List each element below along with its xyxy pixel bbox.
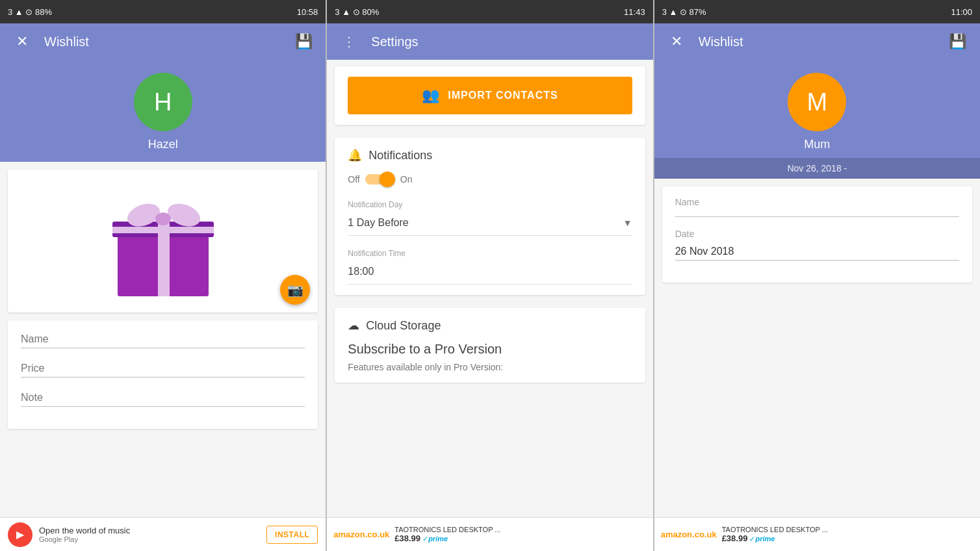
carrier-2: 3 ▲ ⊙ 80% [335, 7, 379, 17]
name-field-3: Name [675, 197, 959, 217]
carrier-3: 3 ▲ ⊙ 87% [662, 7, 706, 17]
amazon-product-name-2: TAOTRONICS LED DESKTOP ... [394, 526, 646, 533]
carrier-1: 3 ▲ ⊙ 88% [8, 7, 52, 17]
import-contacts-button[interactable]: 👥 IMPORT CONTACTS [348, 77, 632, 114]
avatar-3: M [788, 73, 846, 131]
notification-time-row: Notification Time 18:00 [348, 249, 632, 285]
avatar-letter-3: M [806, 88, 827, 116]
date-label-3: Date [675, 229, 959, 239]
ad-main-1: Open the world of music [39, 526, 260, 535]
close-button-3[interactable]: ✕ [665, 30, 688, 53]
app-bar-1: ✕ Wishlist 💾 [0, 23, 326, 60]
avatar-1: H [134, 73, 192, 131]
amazon-ad-2: amazon.co.uk TAOTRONICS LED DESKTOP ... … [327, 517, 652, 551]
amazon-product-3: TAOTRONICS LED DESKTOP ... £38.99 ✓prime [722, 526, 974, 543]
panel1-body: H Hazel [0, 60, 326, 551]
pro-version-desc: Features available only in Pro Version: [348, 362, 632, 372]
notification-day-select[interactable]: 1 Day Before ▼ [348, 213, 632, 235]
amazon-price-3: £38.99 ✓prime [722, 533, 974, 543]
amazon-product-2: TAOTRONICS LED DESKTOP ... £38.99 ✓prime [394, 526, 646, 543]
spacer-3 [654, 290, 980, 517]
gift-svg-1 [98, 183, 228, 300]
mum-date-range: Nov 26, 2018 - [787, 163, 847, 173]
app-title-2: Settings [371, 34, 642, 49]
date-value-3[interactable]: 26 Nov 2018 [675, 243, 959, 261]
name-input-1[interactable] [21, 331, 305, 348]
name-value-3[interactable] [675, 211, 959, 217]
amazon-ad-3: amazon.co.uk TAOTRONICS LED DESKTOP ... … [654, 517, 980, 551]
avatar-header-1: H Hazel [0, 60, 326, 162]
ad-bar-1: ▶ Open the world of music Google Play IN… [0, 517, 326, 551]
app-bar-3: ✕ Wishlist 💾 [654, 23, 980, 60]
pro-version-subtitle: Subscribe to a Pro Version [348, 342, 632, 357]
notification-time-label: Notification Time [348, 249, 632, 258]
status-bar-2: 3 ▲ ⊙ 80% 11:43 [327, 0, 652, 23]
note-field-1 [21, 389, 305, 407]
app-title-3: Wishlist [699, 34, 946, 49]
import-contacts-label: IMPORT CONTACTS [448, 90, 558, 101]
ad-play-icon-1: ▶ [8, 522, 32, 547]
name-date-card-3: Name Date 26 Nov 2018 [662, 186, 972, 283]
avatar-name-3: Mum [804, 138, 830, 151]
cloud-storage-card: ☁ Cloud Storage Subscribe to a Pro Versi… [335, 308, 645, 383]
notifications-card: 🔔 Notifications Off On Notification Day … [335, 138, 645, 295]
save-button-3[interactable]: 💾 [946, 30, 970, 53]
ad-sub-1: Google Play [39, 535, 260, 543]
mum-date-bar: Nov 26, 2018 - [654, 158, 980, 179]
time-3: 11:00 [951, 7, 972, 17]
cloud-storage-label: Cloud Storage [366, 319, 441, 333]
import-contacts-icon: 👥 [422, 87, 440, 104]
amazon-logo-3: amazon.co.uk [661, 530, 717, 539]
notification-day-label: Notification Day [348, 200, 632, 209]
notifications-toggle[interactable] [365, 172, 395, 187]
status-right-2: 11:43 [624, 7, 645, 17]
panel3-body: M Mum Nov 26, 2018 - Name Date 26 Nov 20… [654, 60, 980, 551]
app-bar-2: ⋮ Settings [327, 23, 652, 60]
amazon-product-name-3: TAOTRONICS LED DESKTOP ... [722, 526, 974, 533]
toggle-thumb [380, 172, 395, 187]
status-left-2: 3 ▲ ⊙ 80% [335, 7, 379, 17]
name-field-1 [21, 331, 305, 348]
toggle-off-label: Off [348, 174, 359, 185]
gift-card-1: 📷 [8, 170, 318, 313]
notifications-toggle-row: Off On [348, 172, 632, 187]
panel2-body: 👥 IMPORT CONTACTS 🔔 Notifications Off On [327, 60, 652, 551]
panel-wishlist-hazel: 3 ▲ ⊙ 88% 10:58 ✕ Wishlist 💾 H Hazel [0, 0, 326, 551]
import-contacts-card: 👥 IMPORT CONTACTS [335, 66, 645, 125]
camera-fab-1[interactable]: 📷 [280, 275, 310, 305]
price-input-1[interactable] [21, 360, 305, 378]
avatar-header-3: M Mum Nov 26, 2018 - [654, 60, 980, 179]
notification-time-value[interactable]: 18:00 [348, 262, 632, 285]
panel-wishlist-mum: 3 ▲ ⊙ 87% 11:00 ✕ Wishlist 💾 M Mum Nov 2… [654, 0, 980, 551]
panel-settings: 3 ▲ ⊙ 80% 11:43 ⋮ Settings 👥 IMPORT CONT… [327, 0, 652, 551]
form-card-1 [8, 320, 318, 429]
avatar-name-1: Hazel [148, 138, 178, 151]
close-button-1[interactable]: ✕ [10, 30, 34, 53]
chevron-down-icon: ▼ [623, 218, 632, 228]
notifications-label: Notifications [368, 149, 432, 162]
bell-icon: 🔔 [348, 148, 362, 162]
more-menu-button[interactable]: ⋮ [337, 30, 361, 53]
status-right-1: 10:58 [297, 7, 318, 17]
status-bar-1: 3 ▲ ⊙ 88% 10:58 [0, 0, 326, 23]
status-bar-3: 3 ▲ ⊙ 87% 11:00 [654, 0, 980, 23]
amazon-price-2: £38.99 ✓prime [394, 533, 646, 543]
status-left-3: 3 ▲ ⊙ 87% [662, 7, 706, 17]
status-right-3: 11:00 [951, 7, 972, 17]
svg-point-6 [155, 212, 171, 225]
ad-install-btn-1[interactable]: INSTALL [266, 526, 318, 544]
price-field-1 [21, 360, 305, 378]
notification-day-value: 1 Day Before [348, 217, 408, 229]
cloud-storage-title: ☁ Cloud Storage [348, 318, 632, 333]
date-field-3: Date 26 Nov 2018 [675, 229, 959, 261]
time-1: 10:58 [297, 7, 318, 17]
status-left-1: 3 ▲ ⊙ 88% [8, 7, 52, 17]
note-input-1[interactable] [21, 389, 305, 407]
time-2: 11:43 [624, 7, 645, 17]
toggle-on-label: On [400, 174, 413, 185]
ad-text-1: Open the world of music Google Play [39, 526, 260, 543]
svg-rect-3 [112, 227, 214, 233]
avatar-letter-1: H [154, 88, 172, 116]
save-button-1[interactable]: 💾 [292, 30, 315, 53]
amazon-logo-2: amazon.co.uk [333, 530, 389, 539]
